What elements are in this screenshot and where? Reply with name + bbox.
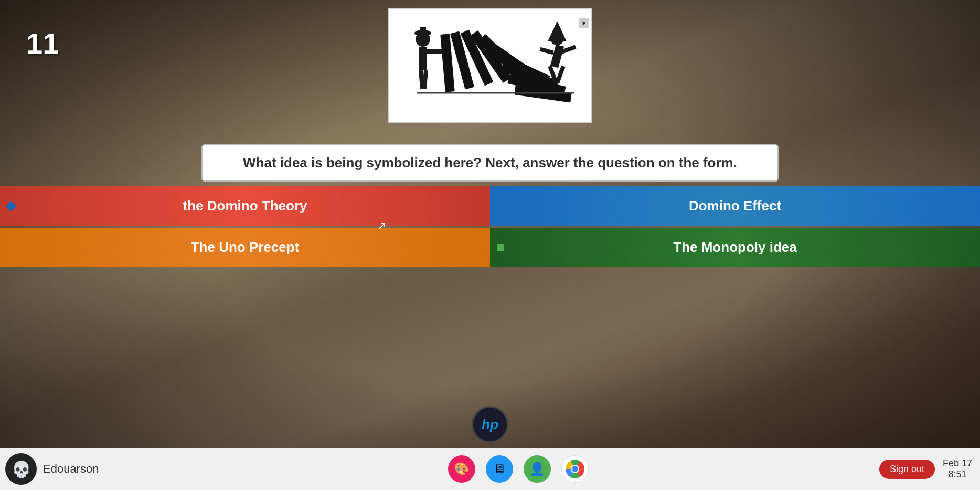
- square-indicator: [497, 244, 504, 251]
- svg-rect-23: [555, 66, 565, 84]
- taskbar-icons: 🎨 🖥 👤: [157, 455, 879, 483]
- chrome-app-icon[interactable]: [561, 455, 589, 483]
- svg-rect-6: [420, 27, 426, 34]
- answer-a-label: the Domino Theory: [183, 198, 307, 214]
- answers-container: the Domino Theory Domino Effect The Uno …: [0, 186, 980, 269]
- paint-app-icon[interactable]: 🎨: [448, 455, 475, 483]
- question-box: What idea is being symbolized here? Next…: [201, 144, 779, 182]
- svg-rect-2: [427, 49, 443, 54]
- people-icon-symbol: 👤: [529, 462, 545, 476]
- hp-logo: hp: [472, 406, 508, 443]
- question-text: What idea is being symbolized here? Next…: [243, 155, 737, 171]
- svg-rect-4: [422, 70, 428, 89]
- answer-row-2: The Uno Precept The Monopoly idea: [0, 228, 980, 267]
- answer-c-label: The Uno Precept: [191, 239, 300, 255]
- question-number: 11: [26, 26, 59, 60]
- answer-option-b[interactable]: Domino Effect: [490, 186, 980, 226]
- answer-b-label: Domino Effect: [689, 198, 781, 214]
- taskbar: 💀 Edouarson 🎨 🖥 👤: [0, 448, 980, 490]
- answer-option-a[interactable]: the Domino Theory: [0, 186, 490, 226]
- answer-option-c[interactable]: The Uno Precept: [0, 228, 490, 267]
- svg-rect-21: [539, 47, 553, 55]
- question-image-container: ▼: [388, 8, 592, 123]
- svg-point-28: [572, 466, 578, 472]
- date-display: Feb 17: [943, 458, 972, 469]
- slides-app-icon[interactable]: 🖥: [486, 455, 513, 483]
- scroll-arrow[interactable]: ▼: [579, 18, 589, 28]
- avatar: 💀: [5, 453, 37, 485]
- diamond-indicator: [6, 201, 16, 211]
- svg-rect-1: [419, 47, 427, 70]
- svg-marker-18: [548, 21, 567, 41]
- username: Edouarson: [43, 462, 99, 476]
- paint-icon-symbol: 🎨: [454, 462, 470, 476]
- people-app-icon[interactable]: 👤: [524, 455, 551, 483]
- answer-row-1: the Domino Theory Domino Effect: [0, 186, 980, 226]
- domino-theory-image: [396, 18, 584, 113]
- time-display: 8:51: [948, 469, 966, 480]
- right-taskbar-area: Sign out Feb 17 8:51: [879, 458, 980, 480]
- avatar-emoji: 💀: [12, 460, 31, 478]
- svg-rect-20: [561, 45, 576, 54]
- answer-d-label: The Monopoly idea: [673, 239, 796, 255]
- answer-option-d[interactable]: The Monopoly idea: [490, 228, 980, 267]
- svg-rect-19: [550, 45, 564, 68]
- slides-icon-symbol: 🖥: [493, 462, 506, 476]
- chrome-icon-svg: [566, 460, 584, 478]
- hp-text: hp: [482, 417, 498, 433]
- sign-out-button[interactable]: Sign out: [879, 460, 935, 479]
- user-area: 💀 Edouarson: [0, 453, 157, 485]
- date-time-display: Feb 17 8:51: [943, 458, 972, 480]
